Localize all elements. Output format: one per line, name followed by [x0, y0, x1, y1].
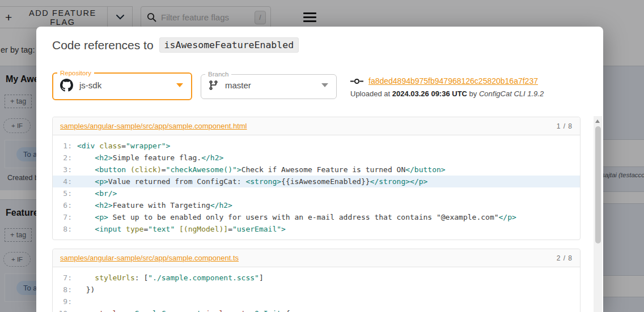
file-results: samples/angular-sample/src/app/sample.co… [52, 117, 581, 312]
code-line: 6: <h2>Feature with Targeting</h2> [53, 199, 580, 211]
code-line: 8: <input type="text" [(ngModel)]="userE… [53, 223, 580, 235]
dialog-title-text: Code references to [52, 39, 154, 52]
line-number: 7: [53, 272, 72, 284]
line-number: 8: [53, 223, 72, 235]
code-line: 2: <h2>Simple feature flag.</h2> [53, 152, 580, 164]
repository-select[interactable]: Repository js-sdk [52, 70, 192, 100]
code-line: 10:export class SampleComponent implemen… [53, 307, 580, 312]
branch-label: Branch [205, 71, 231, 78]
code-line: 4: <p>Value returned from ConfigCat: <st… [53, 176, 580, 187]
match-index: 1 / 8 [557, 122, 573, 130]
scroll-up-arrow-icon[interactable] [595, 119, 600, 123]
file-card: samples/angular-sample/src/app/sample.co… [52, 117, 581, 240]
code-line: 8: }) [53, 284, 580, 296]
line-number: 3: [53, 164, 72, 176]
code-references-dialog: Code references to isAwesomeFeatureEnabl… [36, 27, 603, 312]
github-icon [60, 79, 73, 92]
dialog-title: Code references to isAwesomeFeatureEnabl… [52, 37, 299, 53]
line-number: 7: [53, 211, 72, 223]
git-commit-icon [350, 77, 363, 86]
line-number: 8: [53, 284, 72, 296]
branch-value: master [225, 80, 315, 90]
uploader-name: ConfigCat CLI 1.9.2 [479, 89, 544, 98]
upload-info: Uploaded at 2024.03.26 09:36 UTC by Conf… [350, 89, 544, 98]
line-number: 9: [53, 296, 72, 307]
dropdown-caret-icon [321, 83, 328, 87]
code-line: 3: <button (click)="checkAwesome()">Chec… [53, 164, 580, 176]
line-number: 5: [53, 187, 72, 199]
code-line: 7: <p> Set up to be enabled only for use… [53, 211, 580, 223]
match-index: 2 / 8 [557, 254, 573, 262]
scrollbar-thumb[interactable] [595, 126, 601, 243]
flag-key-chip: isAwesomeFeatureEnabled [159, 37, 299, 53]
file-path-link[interactable]: samples/angular-sample/src/app/sample.co… [60, 122, 247, 130]
line-number: 2: [53, 152, 72, 164]
commit-hash-link[interactable]: fa8ded4894b975fb947968126c25820b16a7f237 [368, 76, 538, 86]
dropdown-caret-icon [176, 83, 183, 87]
upload-date: 2024.03.26 09:36 UTC [392, 89, 467, 98]
code-line: 7: styleUrls: ["./sample.component.scss"… [53, 272, 580, 284]
line-number: 4: [53, 176, 72, 187]
git-branch-icon [208, 80, 219, 91]
repository-label: Repository [57, 70, 94, 76]
line-number: 1: [53, 140, 72, 152]
file-path-link[interactable]: samples/angular-sample/src/app/sample.co… [60, 254, 239, 262]
code-line: 9: [53, 296, 580, 307]
app-root: + ADD FEATURE FLAG / er by tag: My Awe +… [0, 0, 644, 312]
modal-scrollbar [594, 116, 602, 312]
code-line: 5: <br/> [53, 187, 580, 199]
branch-select[interactable]: Branch master [201, 71, 337, 99]
line-number: 6: [53, 199, 72, 211]
line-number: 10: [53, 307, 72, 312]
commit-info: fa8ded4894b975fb947968126c25820b16a7f237… [350, 76, 544, 98]
file-card: samples/angular-sample/src/app/sample.co… [52, 249, 581, 312]
code-line: 1:<div class="wrapper"> [53, 140, 580, 152]
repository-value: js-sdk [79, 80, 170, 90]
